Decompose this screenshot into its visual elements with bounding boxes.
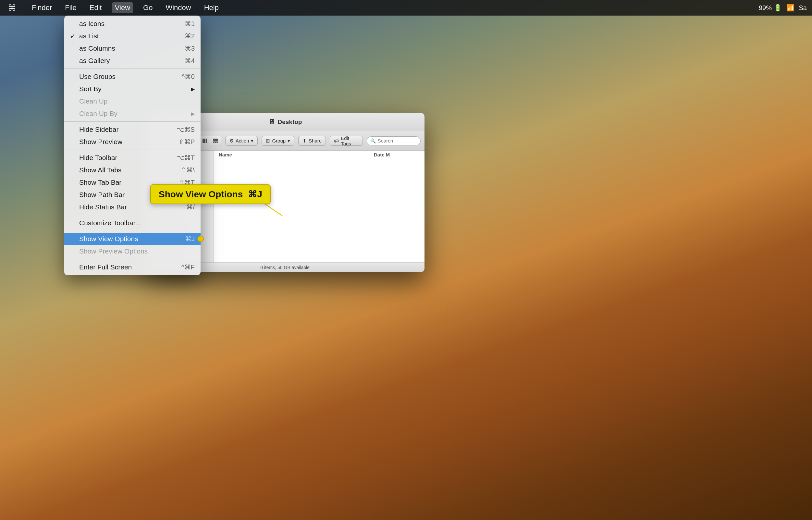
search-input[interactable]: [378, 138, 417, 144]
column-headers: Name Date M: [213, 151, 424, 159]
menu-item-clean-up-by[interactable]: Clean Up By ▶: [64, 107, 201, 120]
toolbar-search[interactable]: 🔍: [367, 136, 421, 146]
yellow-dot: [197, 236, 204, 242]
shortcut-show-all-tabs: ⇧⌘\: [181, 166, 195, 174]
shortcut-show-preview: ⇧⌘P: [179, 138, 195, 146]
col-name-header: Name: [219, 152, 374, 157]
group-arrow: ▾: [288, 138, 290, 144]
label-as-list: as List: [79, 32, 185, 40]
menubar-time: Sa: [799, 4, 807, 12]
col-date-header: Date M: [374, 152, 419, 157]
menu-item-as-gallery[interactable]: as Gallery ⌘4: [64, 54, 201, 67]
menubar-file[interactable]: File: [62, 2, 79, 13]
menu-item-sort-by[interactable]: Sort By ▶: [64, 83, 201, 95]
svg-rect-14: [216, 142, 218, 143]
finder-title: 🖥 Desktop: [268, 118, 302, 126]
separator-4: [64, 215, 201, 215]
menu-item-as-columns[interactable]: as Columns ⌘3: [64, 42, 201, 54]
separator-3: [64, 150, 201, 150]
menubar-window[interactable]: Window: [163, 2, 193, 13]
apple-menu[interactable]: ⌘: [5, 2, 19, 14]
menu-item-use-groups[interactable]: Use Groups ^⌘0: [64, 71, 201, 83]
menubar-battery: 99% 🔋: [759, 4, 782, 12]
finder-files-area: [213, 159, 424, 262]
label-clean-up-by: Clean Up By: [79, 110, 188, 118]
label-show-all-tabs: Show All Tabs: [79, 166, 181, 174]
label-show-preview-options: Show Preview Options: [79, 248, 195, 255]
shortcut-enter-full-screen: ^⌘F: [181, 263, 195, 271]
menu-item-hide-sidebar[interactable]: Hide Sidebar ⌥⌘S: [64, 123, 201, 136]
group-button[interactable]: ⊞ Group ▾: [262, 136, 294, 146]
share-icon: ⬆: [303, 138, 307, 144]
edit-tags-label: Edit Tags: [341, 135, 358, 147]
shortcut-as-icons: ⌘1: [185, 20, 195, 28]
label-hide-toolbar: Hide Toolbar: [79, 154, 177, 162]
label-as-columns: as Columns: [79, 45, 185, 52]
show-view-options-tooltip: Show View Options ⌘J: [150, 184, 271, 204]
menubar-help[interactable]: Help: [202, 2, 221, 13]
group-label: Group: [272, 138, 286, 144]
menubar-view[interactable]: View: [112, 2, 133, 13]
tooltip-shortcut: ⌘J: [248, 189, 262, 200]
edit-tags-button[interactable]: 🏷 Edit Tags: [330, 136, 363, 146]
share-label: Share: [309, 138, 322, 144]
svg-rect-10: [206, 138, 207, 143]
arrow-clean-up-by: ▶: [191, 111, 195, 117]
shortcut-as-gallery: ⌘4: [185, 57, 195, 64]
share-button[interactable]: ⬆ Share: [298, 136, 326, 146]
svg-rect-9: [204, 138, 205, 143]
shortcut-show-view-options: ⌘J: [185, 235, 195, 243]
group-icon: ⊞: [266, 138, 270, 144]
label-show-view-options: Show View Options: [79, 235, 185, 243]
label-hide-sidebar: Hide Sidebar: [79, 126, 177, 133]
finder-title-text: Desktop: [278, 119, 302, 126]
svg-rect-12: [213, 142, 214, 143]
menu-item-enter-full-screen[interactable]: Enter Full Screen ^⌘F: [64, 261, 201, 273]
separator-5: [64, 231, 201, 231]
label-as-gallery: as Gallery: [79, 57, 185, 64]
action-arrow: ▾: [251, 138, 254, 144]
menu-item-show-preview[interactable]: Show Preview ⇧⌘P: [64, 136, 201, 148]
menubar-finder[interactable]: Finder: [29, 2, 54, 13]
svg-rect-8: [203, 138, 204, 143]
menubar-right: 99% 🔋 📶 Sa: [759, 4, 807, 12]
action-label: Action: [236, 138, 249, 144]
label-hide-status-bar: Hide Status Bar: [79, 203, 186, 211]
menubar-go[interactable]: Go: [140, 2, 155, 13]
shortcut-as-list: ⌘2: [185, 32, 195, 40]
view-menu-dropdown: as Icons ⌘1 ✓ as List ⌘2 as Columns ⌘3 a…: [64, 16, 201, 275]
label-as-icons: as Icons: [79, 20, 185, 28]
finder-main: Name Date M: [213, 151, 424, 262]
finder-title-icon: 🖥: [268, 118, 275, 126]
search-icon: 🔍: [370, 138, 376, 144]
status-text: 0 items, 50 GB available: [260, 265, 310, 270]
menubar-left: ⌘ Finder File Edit View Go Window Help: [5, 2, 221, 14]
menu-item-as-icons[interactable]: as Icons ⌘1: [64, 18, 201, 30]
menubar: ⌘ Finder File Edit View Go Window Help 9…: [0, 0, 812, 16]
menu-item-clean-up[interactable]: Clean Up: [64, 95, 201, 107]
label-customize-toolbar: Customize Toolbar...: [79, 219, 195, 227]
menu-item-show-view-options[interactable]: Show View Options ⌘J: [64, 233, 201, 245]
action-button[interactable]: ⚙ Action ▾: [225, 136, 258, 146]
menubar-edit[interactable]: Edit: [87, 2, 105, 13]
svg-rect-11: [213, 138, 218, 141]
label-enter-full-screen: Enter Full Screen: [79, 263, 181, 271]
shortcut-as-columns: ⌘3: [185, 45, 195, 52]
menu-item-as-list[interactable]: ✓ as List ⌘2: [64, 30, 201, 42]
arrow-sort-by: ▶: [191, 86, 195, 92]
separator-1: [64, 69, 201, 69]
label-use-groups: Use Groups: [79, 73, 181, 80]
menu-item-show-preview-options[interactable]: Show Preview Options: [64, 245, 201, 257]
shortcut-hide-sidebar: ⌥⌘S: [177, 126, 195, 133]
menu-item-show-all-tabs[interactable]: Show All Tabs ⇧⌘\: [64, 164, 201, 176]
menu-item-hide-toolbar[interactable]: Hide Toolbar ⌥⌘T: [64, 152, 201, 164]
menu-item-customize-toolbar[interactable]: Customize Toolbar...: [64, 217, 201, 229]
tooltip-label: Show View Options: [159, 189, 243, 200]
separator-6: [64, 259, 201, 259]
shortcut-hide-status-bar: ⌘/: [186, 203, 195, 211]
view-columns-button[interactable]: [200, 136, 210, 146]
view-gallery-button[interactable]: [210, 136, 221, 146]
action-icon: ⚙: [230, 138, 234, 144]
checkmark-as-list: ✓: [70, 32, 78, 40]
menubar-wifi: 📶: [786, 4, 794, 12]
